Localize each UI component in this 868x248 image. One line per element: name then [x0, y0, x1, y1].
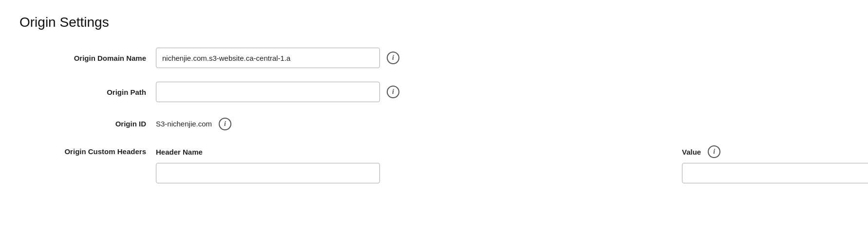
origin-id-label: Origin ID — [19, 120, 156, 128]
origin-settings-form: Origin Domain Name i Origin Path i Origi… — [19, 48, 849, 197]
origin-custom-headers-section: Origin Custom Headers Header Name Value … — [19, 145, 849, 183]
header-value-col-label: Value — [682, 148, 701, 156]
origin-domain-name-label: Origin Domain Name — [19, 54, 156, 62]
origin-path-label: Origin Path — [19, 88, 156, 96]
header-name-col-label: Header Name — [156, 148, 380, 156]
origin-domain-name-control: i — [156, 48, 399, 68]
origin-domain-name-input[interactable] — [156, 48, 380, 68]
origin-id-control: S3-nichenjie.com i — [156, 116, 231, 132]
origin-domain-name-info-icon[interactable]: i — [387, 52, 399, 64]
origin-path-row: Origin Path i — [19, 82, 849, 102]
origin-path-input[interactable] — [156, 82, 380, 102]
origin-path-info-icon[interactable]: i — [387, 86, 399, 98]
origin-id-info-icon[interactable]: i — [219, 118, 231, 130]
custom-headers-columns: Header Name Value i — [156, 145, 868, 158]
origin-custom-headers-label: Origin Custom Headers — [19, 145, 156, 156]
custom-headers-info-icon[interactable]: i — [708, 145, 720, 158]
header-value-input[interactable] — [682, 163, 868, 183]
page-title: Origin Settings — [19, 15, 849, 30]
custom-headers-content: Header Name Value i — [156, 145, 868, 183]
custom-headers-input-row — [156, 163, 868, 183]
header-value-col-wrap: Value i — [682, 145, 720, 158]
origin-domain-name-row: Origin Domain Name i — [19, 48, 849, 68]
origin-id-row: Origin ID S3-nichenjie.com i — [19, 116, 849, 132]
origin-id-value: S3-nichenjie.com — [156, 116, 212, 132]
origin-path-control: i — [156, 82, 399, 102]
header-name-input[interactable] — [156, 163, 380, 183]
